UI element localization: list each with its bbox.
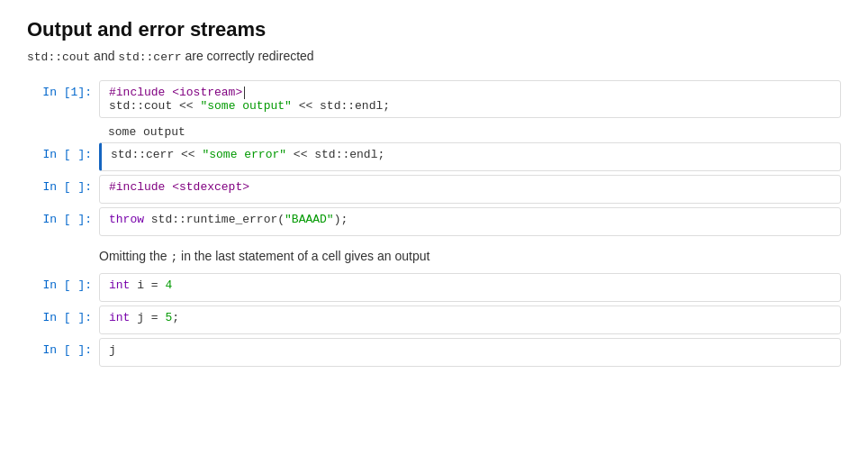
desc-text1: and <box>94 49 118 63</box>
cell-content-4[interactable]: throw std::runtime_error("BAAAD"); <box>99 207 841 236</box>
cell-row-5: In [ ]: int i = 4 <box>27 273 841 302</box>
notebook-container: Output and error streams std::cout and s… <box>0 0 868 456</box>
cell-row-3: In [ ]: #include <stdexcept> <box>27 175 841 204</box>
cell-content-5[interactable]: int i = 4 <box>99 273 841 302</box>
cell-label-in-5: In [ ]: <box>42 278 92 292</box>
desc-text2: are correctly redirected <box>185 49 313 63</box>
cell-label-in-2: In [ ]: <box>42 148 92 161</box>
cell-label-2: In [ ]: <box>27 142 99 171</box>
cell-label-5: In [ ]: <box>27 273 99 302</box>
cell-content-6[interactable]: int j = 5; <box>99 306 841 334</box>
page-title: Output and error streams <box>27 18 841 41</box>
cell-label-6: In [ ]: <box>27 306 99 334</box>
cell-line-7-1: j <box>109 343 831 357</box>
cell-content-1[interactable]: #include <iostream> std::cout << "some o… <box>99 80 841 118</box>
cell-line-6-1: int j = 5; <box>109 311 831 324</box>
cell-output-1: some output <box>99 122 841 142</box>
cell-label-7: In [ ]: <box>27 338 99 367</box>
section-description: std::cout and std::cerr are correctly re… <box>27 49 841 64</box>
desc-code1: std::cout <box>27 50 90 64</box>
cell-line-5-1: int i = 4 <box>109 278 831 292</box>
cell-row-1: In [1]: #include <iostream> std::cout <<… <box>27 80 841 118</box>
cell-content-2[interactable]: std::cerr << "some error" << std::endl; <box>99 142 841 171</box>
cell-label-in-7: In [ ]: <box>42 343 92 357</box>
cell-row-2: In [ ]: std::cerr << "some error" << std… <box>27 142 841 171</box>
cell-row-6: In [ ]: int j = 5; <box>27 306 841 334</box>
cell-line-3-1: #include <stdexcept> <box>109 180 831 194</box>
cell-line-4-1: throw std::runtime_error("BAAAD"); <box>109 213 831 226</box>
cell-label-in-1: In [1]: <box>42 86 92 99</box>
cell-label-in-3: In [ ]: <box>42 180 92 194</box>
cell-label-in-4: In [ ]: <box>42 213 92 226</box>
desc-code2: std::cerr <box>118 50 181 64</box>
cell-line-1-1: #include <iostream> <box>109 86 831 99</box>
cell-line-1-2: std::cout << "some output" << std::endl; <box>109 99 831 113</box>
separator-text: Omitting the ; in the last statement of … <box>99 240 841 273</box>
cell-row-7: In [ ]: j <box>27 338 841 367</box>
cell-label-3: In [ ]: <box>27 175 99 204</box>
cell-label-in-6: In [ ]: <box>42 311 92 324</box>
separator-code: ; <box>170 251 177 264</box>
cell-content-3[interactable]: #include <stdexcept> <box>99 175 841 204</box>
cell-content-7[interactable]: j <box>99 338 841 367</box>
cell-label-1: In [1]: <box>27 80 99 118</box>
cell-line-2-1: std::cerr << "some error" << std::endl; <box>111 148 831 161</box>
cell-label-4: In [ ]: <box>27 207 99 236</box>
cell-row-4: In [ ]: throw std::runtime_error("BAAAD"… <box>27 207 841 236</box>
